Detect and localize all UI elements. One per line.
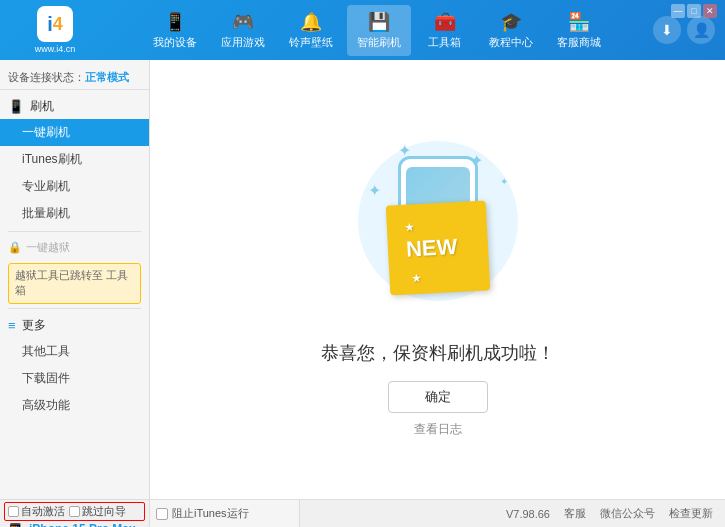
flash-section: 📱 刷机 一键刷机 iTunes刷机 专业刷机 批量刷机 [0,94,149,227]
sidebar: 设备连接状态：正常模式 📱 刷机 一键刷机 iTunes刷机 专业刷机 [0,60,150,499]
customer-service-link[interactable]: 客服 [564,506,586,521]
nav-service-label: 客服商城 [557,35,601,50]
header: — □ ✕ i4 www.i4.cn 📱 我的设备 🎮 应用游戏 🔔 铃声壁纸 [0,0,725,60]
flash-nav-icon: 💾 [368,11,390,33]
check-update-link[interactable]: 检查更新 [669,506,713,521]
status-label: 设备连接状态： [8,71,85,83]
tutorial-icon: 🎓 [500,11,522,33]
skip-guide-checkbox[interactable] [69,506,80,517]
success-illustration: ✦ ✦ ✦ ✦ NEW [338,121,538,321]
nav-app-games[interactable]: 🎮 应用游戏 [211,5,275,56]
confirm-label: 确定 [425,388,451,406]
app-icon: 🎮 [232,11,254,33]
maximize-button[interactable]: □ [687,4,701,18]
nav-smart-flash-label: 智能刷机 [357,35,401,50]
nav-toolbox-label: 工具箱 [428,35,461,50]
sparkle-1: ✦ [398,141,411,160]
pro-flash-label: 专业刷机 [22,179,70,193]
app-logo: i4 www.i4.cn [10,6,100,54]
jailbreak-section: 🔒 一键越狱 越狱工具已跳转至 工具箱 [0,236,149,304]
nav-tutorial[interactable]: 🎓 教程中心 [479,5,543,56]
status-value: 正常模式 [85,71,129,83]
ringtone-icon: 🔔 [300,11,322,33]
nav-smart-flash[interactable]: 💾 智能刷机 [347,5,411,56]
flash-section-icon: 📱 [8,99,24,114]
device-icon: 📱 [164,11,186,33]
footer: 自动激活 跳过向导 📱 iPhone 15 Pro Max 512GB iPho… [0,499,725,527]
more-label: 更多 [22,317,46,334]
header-right: ⬇ 👤 [653,16,715,44]
nav-toolbox[interactable]: 🧰 工具箱 [415,5,475,56]
sidebar-item-advanced[interactable]: 高级功能 [0,392,149,419]
sidebar-item-pro-flash[interactable]: 专业刷机 [0,173,149,200]
main-content: ✦ ✦ ✦ ✦ NEW 恭喜您，保资料刷机成功啦！ 确定 查看日志 [150,60,725,499]
new-label: NEW [405,234,458,262]
auto-activate-checkbox[interactable] [8,506,19,517]
version-label: V7.98.66 [506,508,550,520]
nav-bar: 📱 我的设备 🎮 应用游戏 🔔 铃声壁纸 💾 智能刷机 🧰 工具箱 🎓 [100,5,653,56]
flash-section-header[interactable]: 📱 刷机 [0,94,149,119]
one-key-flash-label: 一键刷机 [22,125,70,139]
itunes-stop-bar: 阻止iTunes运行 [150,500,300,527]
sidebar-item-batch-flash[interactable]: 批量刷机 [0,200,149,227]
phone-small-icon: 📱 [4,522,26,527]
toolbox-icon: 🧰 [434,11,456,33]
sidebar-item-itunes-flash[interactable]: iTunes刷机 [0,146,149,173]
flash-section-label: 刷机 [30,98,54,115]
logo-icon: i4 [37,6,73,42]
auto-activate-label: 自动激活 [21,504,65,519]
minimize-button[interactable]: — [671,4,685,18]
logo-url: www.i4.cn [35,44,76,54]
itunes-label: 阻止iTunes运行 [172,506,249,521]
skip-guide-option[interactable]: 跳过向导 [69,504,126,519]
sparkle-2: ✦ [470,151,483,170]
download-button[interactable]: ⬇ [653,16,681,44]
sidebar-footer: 自动激活 跳过向导 📱 iPhone 15 Pro Max 512GB iPho… [0,500,150,527]
new-ribbon: NEW [385,200,490,295]
more-section-header[interactable]: ≡ 更多 [0,313,149,338]
sidebar-item-download-fw[interactable]: 下载固件 [0,365,149,392]
footer-right: V7.98.66 客服 微信公众号 检查更新 [300,500,725,527]
success-message: 恭喜您，保资料刷机成功啦！ [321,341,555,365]
sidebar-item-one-key-flash[interactable]: 一键刷机 [0,119,149,146]
jailbreak-notice-text: 越狱工具已跳转至 工具箱 [15,269,128,296]
divider-2 [8,308,141,309]
lock-icon: 🔒 [8,241,22,254]
service-icon: 🏪 [568,11,590,33]
device-entry: 📱 iPhone 15 Pro Max 512GB iPhone [4,522,145,527]
sparkle-4: ✦ [500,176,508,187]
sidebar-item-other-tools[interactable]: 其他工具 [0,338,149,365]
nav-service[interactable]: 🏪 客服商城 [547,5,611,56]
device-details: iPhone 15 Pro Max 512GB iPhone [29,522,136,527]
view-log-link[interactable]: 查看日志 [414,421,462,438]
close-button[interactable]: ✕ [703,4,717,18]
sparkle-3: ✦ [368,181,381,200]
nav-tutorial-label: 教程中心 [489,35,533,50]
status-bar: 设备连接状态：正常模式 [0,66,149,90]
jailbreak-notice: 越狱工具已跳转至 工具箱 [8,263,141,304]
jailbreak-section-header: 🔒 一键越狱 [0,236,149,259]
itunes-flash-label: iTunes刷机 [22,152,82,166]
auto-activate-option[interactable]: 自动激活 [8,504,65,519]
other-tools-label: 其他工具 [22,344,70,358]
confirm-button[interactable]: 确定 [388,381,488,413]
divider-1 [8,231,141,232]
more-section: ≡ 更多 其他工具 下载固件 高级功能 [0,313,149,419]
nav-ringtones-label: 铃声壁纸 [289,35,333,50]
itunes-checkbox[interactable] [156,508,168,520]
skip-guide-label: 跳过向导 [82,504,126,519]
jailbreak-label: 一键越狱 [26,240,70,255]
download-fw-label: 下载固件 [22,371,70,385]
device-name: iPhone 15 Pro Max [29,522,136,527]
batch-flash-label: 批量刷机 [22,206,70,220]
advanced-label: 高级功能 [22,398,70,412]
nav-app-games-label: 应用游戏 [221,35,265,50]
user-button[interactable]: 👤 [687,16,715,44]
nav-my-device[interactable]: 📱 我的设备 [143,5,207,56]
window-controls: — □ ✕ [671,4,717,18]
wechat-link[interactable]: 微信公众号 [600,506,655,521]
nav-my-device-label: 我的设备 [153,35,197,50]
auto-options: 自动激活 跳过向导 [4,502,145,521]
nav-ringtones[interactable]: 🔔 铃声壁纸 [279,5,343,56]
more-icon: ≡ [8,318,16,333]
